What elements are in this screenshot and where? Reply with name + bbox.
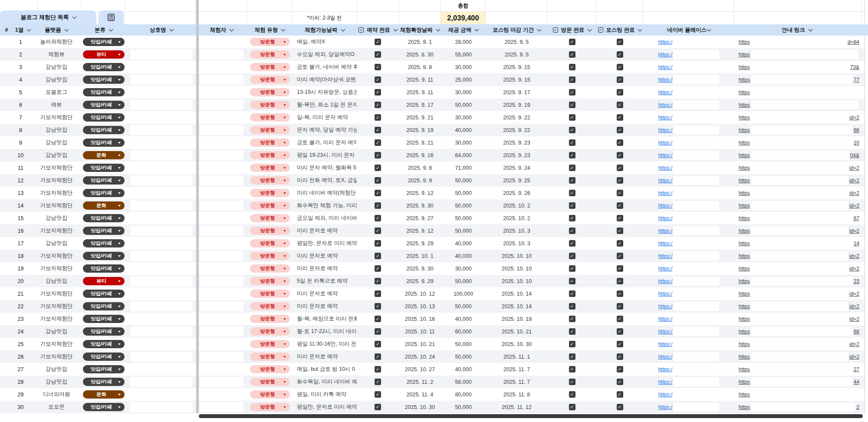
confirmed-date-cell[interactable]: 2025. 9. 11 xyxy=(399,86,441,99)
platform-cell[interactable]: 디너의여왕 xyxy=(33,388,80,401)
row-number-cell[interactable]: 5 xyxy=(13,86,33,99)
confirmed-date-cell[interactable]: 2025. 10. 21 xyxy=(399,338,441,350)
guide-link[interactable]: https xyxy=(739,152,750,158)
row-number-cell[interactable]: 8 xyxy=(13,124,33,136)
posting-deadline-cell[interactable]: 2025. 11. 1 xyxy=(486,350,548,363)
naver-place-link[interactable]: https:/ xyxy=(658,278,673,284)
posting-deadline-cell[interactable]: 2025. 10. 3 xyxy=(486,237,548,250)
confirmed-date-cell[interactable]: 2025. 10. 1 xyxy=(399,250,441,262)
header-naver-place[interactable]: 네이버 플레이스 xyxy=(643,24,734,36)
posting-done-checkbox[interactable]: ✓ xyxy=(617,39,623,45)
naver-place-link[interactable]: https:/ xyxy=(658,303,673,310)
row-number-cell[interactable]: 22 xyxy=(13,300,33,313)
experiencer-cell[interactable] xyxy=(196,162,247,174)
naver-place-link[interactable]: https:/ xyxy=(658,64,673,70)
amount-cell[interactable]: 30,000 xyxy=(441,86,486,99)
experiencer-cell[interactable] xyxy=(196,124,247,136)
reservation-done-checkbox[interactable]: ✓ xyxy=(375,202,381,209)
confirmed-date-cell[interactable]: 2025. 10. 16 xyxy=(399,313,441,325)
chevron-down-icon[interactable] xyxy=(436,27,441,31)
business-name-cell[interactable] xyxy=(127,350,196,363)
experience-type-dropdown-pill[interactable]: 방문형 xyxy=(250,38,290,46)
guide-link-tail[interactable]: id=2 xyxy=(849,253,859,259)
confirmed-date-cell[interactable]: 2025. 9. 8 xyxy=(399,162,441,174)
visit-done-checkbox[interactable]: ✓ xyxy=(569,240,575,247)
available-date-cell[interactable]: 미리 문자로 예약 xyxy=(293,224,357,237)
row-number-cell[interactable]: 4 xyxy=(13,73,33,86)
posting-done-checkbox[interactable]: ✓ xyxy=(617,353,623,360)
reservation-done-checkbox[interactable]: ✓ xyxy=(375,114,381,121)
guide-link[interactable]: https xyxy=(739,115,750,121)
platform-cell[interactable]: 가보자체험단 xyxy=(33,224,80,237)
experience-type-dropdown-pill[interactable]: 방문형 xyxy=(250,302,290,310)
sheet-cell[interactable] xyxy=(643,0,734,12)
visit-done-checkbox[interactable]: ✓ xyxy=(569,202,575,209)
experience-type-dropdown-pill[interactable]: 방문형 xyxy=(250,403,290,411)
posting-done-checkbox[interactable]: ✓ xyxy=(617,303,623,310)
experience-type-dropdown-pill[interactable]: 방문형 xyxy=(250,126,290,134)
amount-cell[interactable]: 30,000 xyxy=(441,262,486,275)
row-number-cell[interactable]: 15 xyxy=(13,212,33,224)
amount-cell[interactable]: 64,000 xyxy=(441,149,486,162)
experiencer-cell[interactable] xyxy=(196,73,247,86)
reservation-done-checkbox[interactable]: ✓ xyxy=(375,227,381,234)
platform-cell[interactable]: 강남맛집 xyxy=(33,73,80,86)
amount-cell[interactable]: 50,000 xyxy=(441,275,486,287)
experience-type-dropdown-pill[interactable]: 방문형 xyxy=(250,176,290,185)
chevron-down-icon[interactable] xyxy=(230,27,234,31)
guide-link-tail[interactable]: 14 xyxy=(854,241,859,247)
guide-link[interactable]: https xyxy=(739,203,750,209)
experience-type-dropdown-pill[interactable]: 방문형 xyxy=(250,138,290,147)
amount-cell[interactable]: 60,000 xyxy=(441,325,486,338)
guide-link[interactable]: https xyxy=(739,379,750,385)
platform-cell[interactable]: 포블로그 xyxy=(33,86,80,99)
chevron-down-icon[interactable] xyxy=(537,27,541,31)
platform-cell[interactable]: 가보자체험단 xyxy=(33,350,80,363)
guide-link-tail[interactable]: 2 xyxy=(856,404,859,410)
reservation-done-checkbox[interactable]: ✓ xyxy=(375,341,381,347)
posting-done-checkbox[interactable]: ✓ xyxy=(617,190,623,196)
naver-place-link[interactable]: https:/ xyxy=(658,140,673,146)
header-visit-done[interactable]: ✓방문 완료 xyxy=(548,24,596,36)
chevron-down-icon[interactable] xyxy=(72,14,76,19)
confirmed-date-cell[interactable]: 2025. 9. 29 xyxy=(399,275,441,287)
header-col1[interactable]: 1열 xyxy=(13,24,33,36)
sheet-cell[interactable] xyxy=(357,0,399,12)
sheet-cell[interactable] xyxy=(0,0,38,12)
posting-deadline-cell[interactable]: 2025. 10. 14 xyxy=(486,300,548,313)
confirmed-date-cell[interactable]: 2025. 10. 13 xyxy=(399,300,441,313)
business-name-cell[interactable] xyxy=(127,325,196,338)
posting-done-checkbox[interactable]: ✓ xyxy=(617,102,623,108)
confirmed-date-cell[interactable]: 2025. 9. 12 xyxy=(399,224,441,237)
guide-link[interactable]: https xyxy=(739,127,750,133)
guide-link[interactable]: https xyxy=(739,178,750,184)
available-date-cell[interactable]: 월-목만, 최소 1일 전 문자 xyxy=(293,99,357,111)
guide-link[interactable]: https xyxy=(739,404,750,410)
row-number-cell[interactable]: 16 xyxy=(13,224,33,237)
confirmed-date-cell[interactable]: 2025. 10. 11 xyxy=(399,325,441,338)
category-dropdown-pill[interactable]: 문화 xyxy=(83,151,125,159)
experience-type-dropdown-pill[interactable]: 방문형 xyxy=(250,327,290,336)
platform-cell[interactable]: 강남맛집 xyxy=(33,325,80,338)
guide-link[interactable]: https xyxy=(739,77,750,83)
chevron-down-icon[interactable] xyxy=(341,27,345,31)
platform-cell[interactable]: 가보자체험단 xyxy=(33,162,80,174)
posting-done-checkbox[interactable]: ✓ xyxy=(617,379,623,385)
posting-deadline-cell[interactable]: 2025. 9. 5 xyxy=(486,36,548,48)
amount-cell[interactable]: 71,000 xyxy=(441,162,486,174)
experiencer-cell[interactable] xyxy=(196,275,247,287)
business-name-cell[interactable] xyxy=(127,363,196,376)
naver-place-link[interactable]: https:/ xyxy=(658,215,673,221)
header-guide-link[interactable]: 안내 링크 xyxy=(734,24,862,36)
reservation-done-checkbox[interactable]: ✓ xyxy=(375,152,381,158)
guide-link-tail[interactable]: id=2 xyxy=(849,303,859,310)
business-name-cell[interactable] xyxy=(127,313,196,325)
guide-link[interactable]: https xyxy=(739,329,750,335)
naver-place-link[interactable]: https:/ xyxy=(658,253,673,259)
posting-deadline-cell[interactable]: 2025. 9. 15 xyxy=(486,73,548,86)
platform-cell[interactable]: 강남맛집 xyxy=(33,61,80,73)
experience-type-dropdown-pill[interactable]: 방문형 xyxy=(250,214,290,222)
visit-done-checkbox[interactable]: ✓ xyxy=(569,64,575,70)
chevron-down-icon[interactable] xyxy=(588,27,592,31)
guide-link[interactable]: https xyxy=(739,366,750,373)
